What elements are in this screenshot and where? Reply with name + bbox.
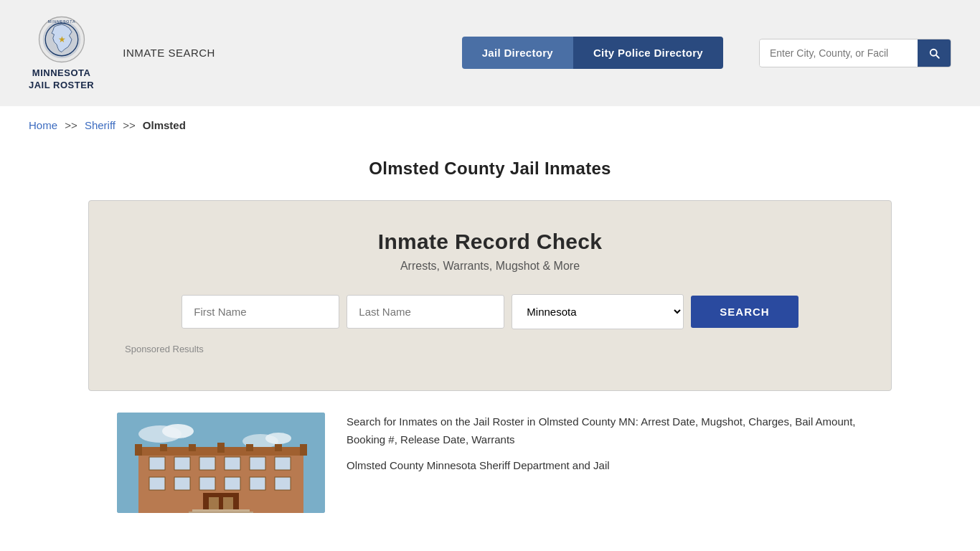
svg-rect-24 bbox=[250, 457, 265, 470]
first-name-input[interactable] bbox=[182, 295, 339, 329]
description-line2: Olmsted County Minnesota Sheriff Departm… bbox=[347, 456, 863, 475]
header-search-bar bbox=[759, 39, 951, 67]
content-description: Search for Inmates on the Jail Roster in… bbox=[347, 413, 863, 513]
svg-rect-29 bbox=[225, 477, 240, 490]
breadcrumb-sep1: >> bbox=[65, 119, 77, 131]
inmate-search-link[interactable]: INMATE SEARCH bbox=[123, 47, 215, 59]
svg-rect-21 bbox=[174, 457, 190, 470]
page-title: Olmsted County Jail Inmates bbox=[29, 159, 951, 179]
svg-rect-27 bbox=[174, 477, 190, 490]
svg-rect-17 bbox=[217, 443, 225, 453]
breadcrumb-sheriff[interactable]: Sheriff bbox=[85, 119, 116, 131]
breadcrumb-sep2: >> bbox=[123, 119, 136, 131]
building-image bbox=[117, 413, 325, 513]
header-search-button[interactable] bbox=[918, 39, 951, 67]
sponsored-label: Sponsored Results bbox=[125, 344, 855, 354]
svg-rect-14 bbox=[300, 444, 307, 456]
breadcrumb-home[interactable]: Home bbox=[29, 119, 57, 131]
svg-rect-13 bbox=[135, 444, 142, 456]
breadcrumb: Home >> Sheriff >> Olmsted bbox=[0, 106, 980, 144]
record-check-title: Inmate Record Check bbox=[125, 230, 855, 254]
jail-directory-button[interactable]: Jail Directory bbox=[462, 37, 573, 69]
svg-rect-30 bbox=[250, 477, 265, 490]
svg-rect-16 bbox=[189, 444, 196, 451]
svg-rect-23 bbox=[225, 457, 240, 470]
city-police-directory-button[interactable]: City Police Directory bbox=[573, 37, 723, 69]
record-check-box: Inmate Record Check Arrests, Warrants, M… bbox=[88, 200, 892, 391]
svg-rect-22 bbox=[199, 457, 215, 470]
last-name-input[interactable] bbox=[347, 295, 504, 329]
site-title: MINNESOTA JAIL ROSTER bbox=[29, 67, 94, 92]
search-icon bbox=[928, 47, 941, 60]
building-illustration bbox=[117, 413, 325, 513]
mn-logo-icon: ★ MINNESOTA bbox=[37, 14, 87, 65]
page-title-section: Olmsted County Jail Inmates bbox=[0, 144, 980, 200]
svg-rect-28 bbox=[199, 477, 215, 490]
record-check-form: AlabamaAlaskaArizonaArkansasCaliforniaCo… bbox=[125, 294, 855, 329]
record-check-subtitle: Arrests, Warrants, Mugshot & More bbox=[125, 260, 855, 273]
svg-rect-26 bbox=[149, 477, 165, 490]
breadcrumb-current: Olmsted bbox=[143, 119, 186, 131]
header-search-input[interactable] bbox=[760, 40, 918, 66]
nav-buttons: Jail Directory City Police Directory bbox=[462, 37, 723, 69]
svg-rect-25 bbox=[275, 457, 291, 470]
description-line1: Search for Inmates on the Jail Roster in… bbox=[347, 413, 863, 449]
svg-rect-15 bbox=[160, 444, 167, 451]
svg-rect-20 bbox=[149, 457, 165, 470]
svg-point-7 bbox=[162, 424, 194, 438]
site-logo-link[interactable]: ★ MINNESOTA MINNESOTA JAIL ROSTER bbox=[29, 14, 94, 92]
svg-rect-31 bbox=[275, 477, 291, 490]
svg-point-9 bbox=[265, 433, 291, 444]
site-header: ★ MINNESOTA MINNESOTA JAIL ROSTER INMATE… bbox=[0, 0, 980, 106]
svg-text:MINNESOTA: MINNESOTA bbox=[47, 19, 75, 24]
svg-rect-19 bbox=[275, 444, 282, 451]
svg-rect-18 bbox=[246, 444, 253, 451]
record-search-button[interactable]: SEARCH bbox=[691, 296, 798, 328]
state-select[interactable]: AlabamaAlaskaArizonaArkansasCaliforniaCo… bbox=[512, 294, 684, 329]
bottom-content: Search for Inmates on the Jail Roster in… bbox=[88, 413, 892, 542]
svg-rect-36 bbox=[189, 512, 253, 513]
svg-text:★: ★ bbox=[57, 34, 65, 44]
